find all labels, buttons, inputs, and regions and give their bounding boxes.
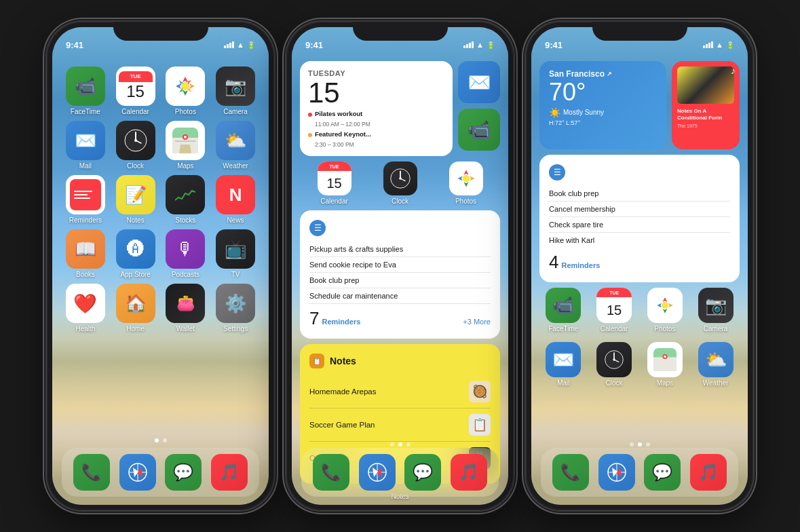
phone-3-screen: 9:41 ▲ 🔋 San Francisco ↗ — [531, 27, 748, 505]
widget-facetime-icon[interactable]: 📹 — [458, 109, 500, 151]
dock3-music[interactable]: 🎵 — [690, 454, 727, 491]
dock-music[interactable]: 🎵 — [211, 454, 248, 491]
app-grid-1: 📹 FaceTime TUE 15 Calendar — [52, 61, 269, 338]
p3-calendar[interactable]: TUE 15 Calendar — [590, 288, 639, 332]
dock-phone[interactable]: 📞 — [73, 454, 110, 491]
dock3-safari[interactable] — [598, 454, 635, 491]
top-widget-row-3: San Francisco ↗ 70° ☀️ Mostly Sunny H:72… — [539, 61, 740, 149]
widget-area-calendar[interactable]: TUE 15 Calendar — [318, 162, 351, 205]
mail-label: Mail — [79, 162, 92, 170]
phone-3: 9:41 ▲ 🔋 San Francisco ↗ — [526, 22, 753, 510]
app-clock[interactable]: Clock — [112, 121, 159, 170]
dock-safari[interactable] — [119, 454, 156, 491]
cal-event-2: Featured Keynot... 2:30 – 3:00 PM — [308, 130, 444, 148]
music-artist: The 1975 — [677, 124, 734, 128]
dock-messages[interactable]: 💬 — [165, 454, 202, 491]
widget-area-photos[interactable]: Photos — [449, 162, 483, 205]
reminders-widget-2[interactable]: ☰ Pickup arts & crafts supplies Send coo… — [300, 210, 500, 339]
app-wallet[interactable]: 👛 Wallet — [162, 284, 210, 332]
widget-mail-icon[interactable]: ✉️ — [458, 61, 500, 103]
calendar-icon: TUE 15 — [116, 66, 155, 106]
dock-3: 📞 💬 🎵 — [541, 448, 738, 497]
p3-camera-label: Camera — [704, 325, 728, 332]
appstore-label: App Store — [120, 271, 150, 278]
calendar-widget[interactable]: TUESDAY 15 Pilates workout 11:00 AM – 12… — [300, 61, 453, 156]
app-appstore[interactable]: 🅐 App Store — [112, 229, 159, 278]
p3-clock[interactable]: Clock — [590, 342, 639, 387]
notes-header: 📋 Notes — [309, 354, 491, 368]
music-widget-3[interactable]: ♪ Notes On A Conditional Form The 1975 — [672, 61, 740, 149]
dock2-messages[interactable]: 💬 — [404, 454, 441, 491]
home-label: Home — [126, 325, 145, 332]
p3-facetime[interactable]: 📹 FaceTime — [539, 288, 588, 332]
app-maps[interactable]: Maps — [162, 121, 210, 170]
podcasts-label: Podcasts — [172, 271, 199, 278]
wa-calendar-label: Calendar — [320, 197, 348, 205]
rem-count-2: 7 — [309, 308, 319, 329]
battery-icon-1: 🔋 — [247, 41, 255, 49]
app-photos[interactable]: Photos — [162, 66, 210, 115]
weather-label: Weather — [223, 162, 248, 170]
app-notes[interactable]: 📝 Notes — [112, 175, 159, 224]
app-settings[interactable]: ⚙️ Settings — [212, 284, 259, 332]
status-icons-1: ▲ 🔋 — [224, 41, 255, 49]
facetime-label: FaceTime — [71, 108, 100, 115]
widget-area-clock[interactable]: Clock — [383, 162, 417, 205]
signal-2 — [463, 41, 474, 48]
app-camera[interactable]: 📷 Camera — [212, 66, 259, 115]
rem3-item-3: Check spare tire — [549, 217, 730, 233]
phone3-widgets: San Francisco ↗ 70° ☀️ Mostly Sunny H:72… — [531, 57, 748, 395]
svg-rect-33 — [653, 357, 677, 371]
app-mail[interactable]: ✉️ Mail — [62, 121, 109, 170]
wallet-icon: 👛 — [166, 284, 205, 323]
reminders-icon — [66, 175, 105, 214]
dock2-safari[interactable] — [359, 454, 396, 491]
rem3-footer: 4 Reminders — [549, 252, 730, 273]
p3-weather-icon: ⛅ — [698, 342, 734, 377]
p3-weather[interactable]: ⛅ Weather — [691, 342, 740, 387]
rem3-item-1: Book club prep — [549, 186, 730, 202]
facetime-icon: 📹 — [66, 66, 105, 106]
notes-label: Notes — [127, 216, 145, 224]
app-reminders[interactable]: Reminders — [62, 175, 109, 224]
app-facetime[interactable]: 📹 FaceTime — [62, 66, 109, 115]
dock3-messages[interactable]: 💬 — [644, 454, 681, 491]
p3-facetime-icon: 📹 — [546, 288, 581, 323]
dock2-music[interactable]: 🎵 — [451, 454, 487, 491]
appstore-icon: 🅐 — [116, 229, 155, 269]
note-item-2[interactable]: Soccer Game Plan 📋 — [309, 408, 491, 442]
p3-maps[interactable]: Maps — [641, 342, 689, 387]
note-thumb-1: 🥘 — [469, 381, 491, 402]
p3-camera-icon: 📷 — [698, 288, 734, 323]
note-item-1[interactable]: Homemade Arepas 🥘 — [309, 375, 491, 408]
app-podcasts[interactable]: 🎙 Podcasts — [162, 229, 210, 278]
camera-label: Camera — [223, 108, 248, 115]
app-books[interactable]: 📖 Books — [62, 229, 109, 278]
dock3-phone[interactable]: 📞 — [552, 454, 589, 491]
p3-camera[interactable]: 📷 Camera — [691, 288, 740, 332]
dock2-phone[interactable]: 📞 — [313, 454, 349, 491]
app-home[interactable]: 🏠 Home — [112, 284, 159, 332]
phone-1-screen: 9:41 ▲ 🔋 📹 FaceTime TUE — [52, 27, 269, 505]
reminders-widget-3[interactable]: ☰ Book club prep Cancel membership Check… — [539, 155, 740, 282]
news-icon: N — [216, 175, 255, 214]
maps-icon — [166, 121, 205, 160]
svg-point-10 — [184, 136, 187, 138]
p3-mail[interactable]: ✉️ Mail — [539, 342, 588, 387]
music-title: Notes On A Conditional Form — [677, 108, 734, 121]
status-icons-2: ▲ 🔋 — [463, 41, 495, 49]
app-weather[interactable]: ⛅ Weather — [212, 121, 259, 170]
app-tv[interactable]: 📺 TV — [212, 229, 259, 278]
dock-1: 📞 💬 🎵 — [62, 448, 259, 497]
calendar-label: Calendar — [121, 108, 149, 115]
app-stocks[interactable]: Stocks — [162, 175, 210, 224]
app-health[interactable]: ❤️ Health — [62, 284, 109, 332]
news-label: News — [227, 216, 244, 224]
cal-event-time-1: 11:00 AM – 12:00 PM — [308, 121, 444, 128]
p3-photos[interactable]: Photos — [641, 288, 689, 332]
music-note-icon: ♪ — [731, 65, 736, 76]
weather-widget-3[interactable]: San Francisco ↗ 70° ☀️ Mostly Sunny H:72… — [539, 61, 666, 149]
app-news[interactable]: N News — [212, 175, 259, 224]
battery-icon-3: 🔋 — [726, 41, 734, 49]
app-calendar[interactable]: TUE 15 Calendar — [112, 66, 159, 115]
